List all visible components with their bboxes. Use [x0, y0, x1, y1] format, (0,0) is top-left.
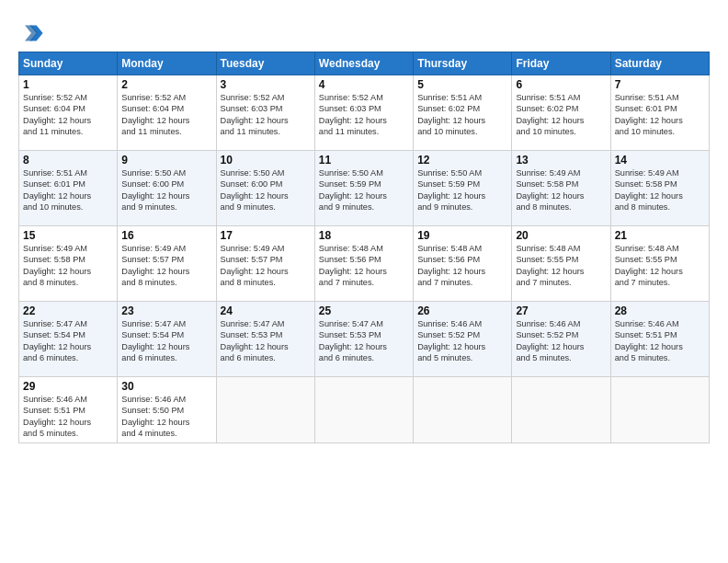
- day-number: 20: [516, 229, 606, 242]
- day-number: 8: [23, 154, 113, 167]
- cell-info: Sunrise: 5:48 AM Sunset: 5:56 PM Dayligh…: [319, 243, 409, 289]
- calendar-cell: 6Sunrise: 5:51 AM Sunset: 6:02 PM Daylig…: [512, 75, 610, 151]
- cell-info: Sunrise: 5:49 AM Sunset: 5:57 PM Dayligh…: [121, 243, 211, 289]
- cell-info: Sunrise: 5:47 AM Sunset: 5:53 PM Dayligh…: [319, 318, 409, 364]
- calendar-table: SundayMondayTuesdayWednesdayThursdayFrid…: [18, 52, 710, 443]
- calendar-cell: [216, 377, 314, 443]
- calendar-cell: [512, 377, 610, 443]
- cell-info: Sunrise: 5:51 AM Sunset: 6:01 PM Dayligh…: [23, 167, 113, 213]
- cell-info: Sunrise: 5:50 AM Sunset: 6:00 PM Dayligh…: [221, 167, 311, 213]
- day-number: 23: [121, 304, 211, 317]
- calendar-cell: 9Sunrise: 5:50 AM Sunset: 6:00 PM Daylig…: [118, 151, 216, 226]
- calendar-cell: 11Sunrise: 5:50 AM Sunset: 5:59 PM Dayli…: [314, 151, 413, 226]
- calendar-cell: 7Sunrise: 5:51 AM Sunset: 6:01 PM Daylig…: [610, 75, 709, 151]
- day-number: 13: [516, 154, 606, 167]
- calendar-cell: 15Sunrise: 5:49 AM Sunset: 5:58 PM Dayli…: [19, 226, 118, 302]
- calendar-cell: 22Sunrise: 5:47 AM Sunset: 5:54 PM Dayli…: [19, 302, 118, 377]
- cell-info: Sunrise: 5:50 AM Sunset: 6:00 PM Dayligh…: [121, 167, 211, 213]
- calendar-cell: 13Sunrise: 5:49 AM Sunset: 5:58 PM Dayli…: [512, 151, 610, 226]
- day-number: 30: [121, 380, 211, 393]
- logo-icon: [18, 20, 44, 46]
- cell-info: Sunrise: 5:48 AM Sunset: 5:56 PM Dayligh…: [417, 243, 507, 289]
- day-number: 7: [615, 78, 705, 91]
- weekday-header-friday: Friday: [512, 52, 610, 75]
- day-number: 27: [516, 304, 606, 317]
- day-number: 12: [417, 154, 507, 167]
- cell-info: Sunrise: 5:49 AM Sunset: 5:58 PM Dayligh…: [516, 167, 606, 213]
- day-number: 2: [121, 78, 211, 91]
- day-number: 15: [23, 229, 113, 242]
- cell-info: Sunrise: 5:49 AM Sunset: 5:58 PM Dayligh…: [615, 167, 705, 213]
- calendar-cell: 21Sunrise: 5:48 AM Sunset: 5:55 PM Dayli…: [610, 226, 709, 302]
- calendar-cell: 5Sunrise: 5:51 AM Sunset: 6:02 PM Daylig…: [414, 75, 512, 151]
- calendar-cell: 19Sunrise: 5:48 AM Sunset: 5:56 PM Dayli…: [414, 226, 512, 302]
- calendar-cell: 25Sunrise: 5:47 AM Sunset: 5:53 PM Dayli…: [314, 302, 413, 377]
- calendar-cell: 20Sunrise: 5:48 AM Sunset: 5:55 PM Dayli…: [512, 226, 610, 302]
- page: SundayMondayTuesdayWednesdayThursdayFrid…: [0, 0, 728, 563]
- calendar-cell: 17Sunrise: 5:49 AM Sunset: 5:57 PM Dayli…: [216, 226, 314, 302]
- day-number: 28: [615, 304, 705, 317]
- day-number: 17: [221, 229, 311, 242]
- cell-info: Sunrise: 5:49 AM Sunset: 5:58 PM Dayligh…: [23, 243, 113, 289]
- day-number: 18: [319, 229, 409, 242]
- calendar-cell: 24Sunrise: 5:47 AM Sunset: 5:53 PM Dayli…: [216, 302, 314, 377]
- cell-info: Sunrise: 5:52 AM Sunset: 6:03 PM Dayligh…: [319, 92, 409, 138]
- cell-info: Sunrise: 5:50 AM Sunset: 5:59 PM Dayligh…: [417, 167, 507, 213]
- cell-info: Sunrise: 5:48 AM Sunset: 5:55 PM Dayligh…: [516, 243, 606, 289]
- calendar-cell: 3Sunrise: 5:52 AM Sunset: 6:03 PM Daylig…: [216, 75, 314, 151]
- cell-info: Sunrise: 5:46 AM Sunset: 5:52 PM Dayligh…: [417, 318, 507, 364]
- cell-info: Sunrise: 5:51 AM Sunset: 6:02 PM Dayligh…: [516, 92, 606, 138]
- day-number: 19: [417, 229, 507, 242]
- day-number: 3: [221, 78, 311, 91]
- calendar-cell: 10Sunrise: 5:50 AM Sunset: 6:00 PM Dayli…: [216, 151, 314, 226]
- calendar-cell: [414, 377, 512, 443]
- day-number: 21: [615, 229, 705, 242]
- day-number: 26: [417, 304, 507, 317]
- day-number: 16: [121, 229, 211, 242]
- calendar-cell: 12Sunrise: 5:50 AM Sunset: 5:59 PM Dayli…: [414, 151, 512, 226]
- weekday-header-saturday: Saturday: [610, 52, 709, 75]
- day-number: 24: [221, 304, 311, 317]
- cell-info: Sunrise: 5:48 AM Sunset: 5:55 PM Dayligh…: [615, 243, 705, 289]
- cell-info: Sunrise: 5:46 AM Sunset: 5:52 PM Dayligh…: [516, 318, 606, 364]
- day-number: 9: [121, 154, 211, 167]
- calendar-header-row: SundayMondayTuesdayWednesdayThursdayFrid…: [19, 52, 710, 75]
- day-number: 14: [615, 154, 705, 167]
- logo: [18, 20, 46, 46]
- cell-info: Sunrise: 5:47 AM Sunset: 5:54 PM Dayligh…: [121, 318, 211, 364]
- cell-info: Sunrise: 5:52 AM Sunset: 6:03 PM Dayligh…: [221, 92, 311, 138]
- day-number: 11: [319, 154, 409, 167]
- cell-info: Sunrise: 5:49 AM Sunset: 5:57 PM Dayligh…: [221, 243, 311, 289]
- cell-info: Sunrise: 5:46 AM Sunset: 5:50 PM Dayligh…: [121, 394, 211, 440]
- calendar-cell: 27Sunrise: 5:46 AM Sunset: 5:52 PM Dayli…: [512, 302, 610, 377]
- cell-info: Sunrise: 5:47 AM Sunset: 5:54 PM Dayligh…: [23, 318, 113, 364]
- header: [18, 17, 710, 46]
- calendar-cell: 4Sunrise: 5:52 AM Sunset: 6:03 PM Daylig…: [314, 75, 413, 151]
- cell-info: Sunrise: 5:50 AM Sunset: 5:59 PM Dayligh…: [319, 167, 409, 213]
- weekday-header-thursday: Thursday: [414, 52, 512, 75]
- calendar-cell: 28Sunrise: 5:46 AM Sunset: 5:51 PM Dayli…: [610, 302, 709, 377]
- cell-info: Sunrise: 5:46 AM Sunset: 5:51 PM Dayligh…: [23, 394, 113, 440]
- calendar-cell: 2Sunrise: 5:52 AM Sunset: 6:04 PM Daylig…: [118, 75, 216, 151]
- weekday-header-monday: Monday: [118, 52, 216, 75]
- day-number: 4: [319, 78, 409, 91]
- calendar-cell: 8Sunrise: 5:51 AM Sunset: 6:01 PM Daylig…: [19, 151, 118, 226]
- day-number: 29: [23, 380, 113, 393]
- day-number: 10: [221, 154, 311, 167]
- calendar-cell: 18Sunrise: 5:48 AM Sunset: 5:56 PM Dayli…: [314, 226, 413, 302]
- day-number: 6: [516, 78, 606, 91]
- calendar-cell: 14Sunrise: 5:49 AM Sunset: 5:58 PM Dayli…: [610, 151, 709, 226]
- cell-info: Sunrise: 5:52 AM Sunset: 6:04 PM Dayligh…: [23, 92, 113, 138]
- cell-info: Sunrise: 5:46 AM Sunset: 5:51 PM Dayligh…: [615, 318, 705, 364]
- cell-info: Sunrise: 5:51 AM Sunset: 6:01 PM Dayligh…: [615, 92, 705, 138]
- cell-info: Sunrise: 5:51 AM Sunset: 6:02 PM Dayligh…: [417, 92, 507, 138]
- day-number: 5: [417, 78, 507, 91]
- cell-info: Sunrise: 5:47 AM Sunset: 5:53 PM Dayligh…: [221, 318, 311, 364]
- calendar-cell: [610, 377, 709, 443]
- day-number: 25: [319, 304, 409, 317]
- weekday-header-tuesday: Tuesday: [216, 52, 314, 75]
- weekday-header-wednesday: Wednesday: [314, 52, 413, 75]
- calendar-cell: 23Sunrise: 5:47 AM Sunset: 5:54 PM Dayli…: [118, 302, 216, 377]
- calendar-cell: 16Sunrise: 5:49 AM Sunset: 5:57 PM Dayli…: [118, 226, 216, 302]
- calendar-body: 1Sunrise: 5:52 AM Sunset: 6:04 PM Daylig…: [19, 75, 710, 443]
